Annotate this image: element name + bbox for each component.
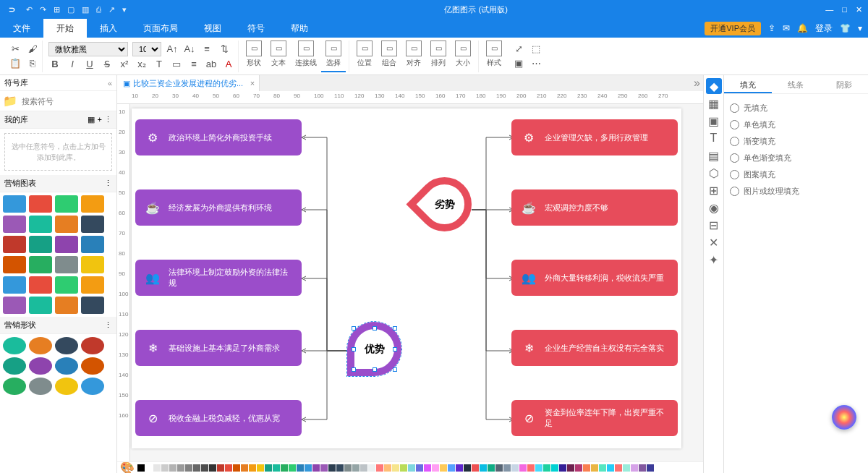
shape-item[interactable] [55, 337, 78, 354]
fontcolor-icon[interactable]: A [222, 58, 235, 71]
shape-item[interactable] [29, 236, 52, 253]
image-icon[interactable]: ▣ [512, 57, 525, 70]
color-swatch[interactable] [559, 464, 566, 472]
color-swatch[interactable] [424, 464, 431, 472]
color-swatch[interactable] [169, 464, 176, 472]
color-swatch[interactable] [432, 464, 439, 472]
fontsize-up-icon[interactable]: A↑ [166, 43, 179, 56]
color-swatch[interactable] [201, 464, 208, 472]
shape-item[interactable] [29, 276, 52, 294]
shape-item[interactable] [3, 276, 26, 294]
vip-button[interactable]: 开通VIP会员 [705, 22, 761, 35]
fill-option-3[interactable]: 单色渐变填充 [730, 150, 862, 166]
login-button[interactable]: 登录 [815, 22, 833, 35]
color-swatch[interactable] [137, 464, 145, 472]
subscript-icon[interactable]: x₂ [135, 58, 148, 71]
fill-option-0[interactable]: 无填充 [730, 100, 862, 116]
color-swatch[interactable] [281, 464, 288, 472]
lib-menu-icon[interactable]: ⋮ [104, 115, 112, 124]
color-swatch[interactable] [472, 464, 479, 472]
fontsize-select[interactable]: 10 [132, 42, 161, 56]
shape-item[interactable] [55, 276, 78, 294]
color-swatch[interactable] [368, 464, 375, 472]
ribbon-连接线[interactable]: ▭连接线 [291, 41, 321, 72]
shape-item[interactable] [3, 195, 26, 213]
ribbon-文本[interactable]: ▭文本 [266, 41, 291, 72]
node-left-1[interactable]: ☕经济发展为外商提供有利环境 [135, 189, 302, 226]
shape-item[interactable] [29, 357, 52, 375]
prop-tab-0[interactable]: 填充 [724, 75, 772, 93]
color-swatch[interactable] [495, 464, 503, 472]
bullets-icon[interactable]: ≡ [200, 43, 213, 56]
color-swatch[interactable] [193, 464, 200, 472]
shape-item[interactable] [81, 195, 104, 213]
page[interactable]: ⚙政治环境上简化外商投资手续☕经济发展为外商提供有利环境👥法律环境上制定鼓励外资… [132, 108, 681, 448]
qat-more-icon[interactable]: ▾ [122, 5, 127, 14]
sect1-label[interactable]: 营销图表 [4, 178, 36, 189]
shape-item[interactable] [81, 276, 104, 294]
color-swatch[interactable] [384, 464, 391, 472]
color-swatch[interactable] [599, 464, 606, 472]
ribbon-组合[interactable]: ▭组合 [377, 41, 401, 72]
fill-option-1[interactable]: 单色填充 [730, 116, 862, 133]
color-swatch[interactable] [289, 464, 296, 472]
color-swatch[interactable] [416, 464, 423, 472]
lib-add-icon[interactable]: + [98, 115, 102, 124]
menu-tab-5[interactable]: 符号 [234, 19, 278, 38]
linespace-icon[interactable]: ⇅ [218, 43, 231, 56]
paste-icon[interactable]: 📋 [9, 57, 22, 70]
more-tools-icon[interactable]: ⋯ [529, 57, 542, 70]
color-swatch[interactable] [328, 464, 336, 472]
ribbon-对齐[interactable]: ▭对齐 [401, 41, 426, 72]
shape-item[interactable] [55, 357, 78, 375]
share-icon[interactable]: ⇪ [768, 23, 775, 33]
color-swatch[interactable] [623, 464, 630, 472]
color-swatch[interactable] [567, 464, 574, 472]
color-swatch[interactable] [161, 464, 169, 472]
shape-item[interactable] [55, 256, 78, 273]
menu-tab-4[interactable]: 视图 [191, 19, 234, 38]
color-swatch[interactable] [225, 464, 232, 472]
textcase-icon[interactable]: ab [205, 58, 218, 71]
message-icon[interactable]: ✉ [783, 23, 790, 33]
bold-icon[interactable]: B [48, 58, 61, 71]
canvas[interactable]: 102030405060708090100110120130140150160 [117, 104, 703, 461]
assistant-fab[interactable] [832, 405, 856, 430]
node-left-2[interactable]: 👥法律环境上制定鼓励外资的法律法规 [135, 260, 302, 296]
color-swatch[interactable] [607, 464, 614, 472]
doc-tab[interactable]: ▣比较三资企业发展进程的优劣...× [117, 75, 260, 91]
color-swatch[interactable] [527, 464, 535, 472]
table-tool-icon[interactable]: ⊞ [706, 182, 722, 198]
shape-item[interactable] [29, 378, 52, 395]
color-swatch[interactable] [257, 464, 264, 472]
italic-icon[interactable]: I [66, 58, 79, 71]
ribbon-位置[interactable]: ▭位置 [352, 41, 377, 72]
color-swatch[interactable] [480, 464, 487, 472]
shape-item[interactable] [3, 297, 26, 314]
shape-item[interactable] [81, 378, 104, 395]
text-tool-icon[interactable]: T [706, 130, 722, 146]
menu-tab-0[interactable]: 文件 [0, 19, 43, 38]
shape-item[interactable] [3, 236, 26, 253]
mylib-label[interactable]: 我的库 [4, 114, 28, 125]
strike-icon[interactable]: S̶ [101, 58, 114, 71]
color-swatch[interactable] [503, 464, 511, 472]
shape-item[interactable] [55, 236, 78, 253]
shape-item[interactable] [3, 256, 26, 273]
shape-item[interactable] [3, 357, 26, 375]
color-swatch[interactable] [583, 464, 590, 472]
layer-tool-icon[interactable]: ▤ [706, 148, 722, 163]
color-swatch[interactable] [543, 464, 550, 472]
color-swatch[interactable] [273, 464, 280, 472]
cut-icon[interactable]: ✂ [9, 43, 22, 56]
tree-tool-icon[interactable]: ⊟ [706, 217, 722, 233]
shape-item[interactable] [3, 216, 26, 233]
color-swatch[interactable] [360, 464, 367, 472]
shape-item[interactable] [55, 195, 78, 213]
color-swatch[interactable] [153, 464, 161, 472]
shape-item[interactable] [55, 216, 78, 233]
color-swatch[interactable] [511, 464, 519, 472]
redo-icon[interactable]: ↷ [40, 5, 46, 14]
color-swatch[interactable] [305, 464, 312, 472]
color-swatch[interactable] [464, 464, 471, 472]
